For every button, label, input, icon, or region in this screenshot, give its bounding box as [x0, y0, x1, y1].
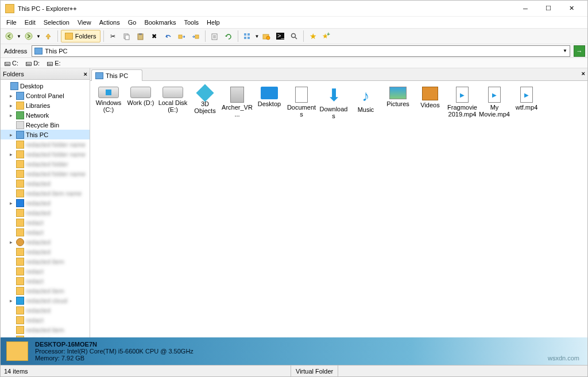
tab-this-pc[interactable]: This PC: [91, 69, 142, 81]
tree-item[interactable]: redacted folder name: [1, 169, 90, 178]
file-item[interactable]: 3D Objects: [189, 85, 221, 120]
tree-item[interactable]: redacted: [1, 305, 90, 315]
tree-libraries[interactable]: ▸Libraries: [1, 100, 90, 110]
file-item[interactable]: Desktop: [253, 85, 285, 120]
menu-edit[interactable]: Edit: [21, 18, 39, 27]
memory-info: Memory: 7.92 GB: [35, 355, 194, 362]
tree-item[interactable]: redact: [1, 266, 90, 276]
drive-c[interactable]: 🖴 C:: [4, 60, 18, 67]
forward-dropdown-icon[interactable]: ▼: [36, 34, 41, 39]
drive-e[interactable]: 🖴 E:: [47, 60, 60, 67]
tree-network[interactable]: ▸Network: [1, 110, 90, 120]
tab-close-icon[interactable]: ×: [582, 70, 585, 77]
tree-item[interactable]: redacted item: [1, 325, 90, 335]
refresh-button[interactable]: [222, 30, 235, 42]
drives-bar: 🖴 C: 🖴 D: 🖴 E:: [1, 58, 587, 68]
menu-go[interactable]: Go: [125, 18, 140, 27]
back-button[interactable]: [3, 30, 16, 42]
tree-control-panel[interactable]: ▸Control Panel: [1, 91, 90, 100]
folders-pane-close[interactable]: ×: [84, 71, 87, 77]
menu-tools[interactable]: Tools: [180, 18, 202, 27]
tree-dropbox[interactable]: ▸redacted: [1, 198, 90, 208]
move-to-button[interactable]: [189, 30, 202, 42]
file-item[interactable]: Pictures: [382, 85, 414, 120]
close-button[interactable]: ✕: [560, 1, 583, 16]
file-item[interactable]: wtf.mp4: [510, 85, 543, 120]
file-list[interactable]: Windows (C:)Work (D:)Local Disk (E:)3D O…: [90, 81, 587, 337]
tree-item[interactable]: redacted item: [1, 256, 90, 266]
cut-button[interactable]: ✂: [107, 30, 119, 42]
tree-this-pc[interactable]: ▸This PC: [1, 130, 90, 139]
tree-onedrive[interactable]: ▸redacted cloud: [1, 296, 90, 305]
file-item[interactable]: Documents: [285, 85, 318, 120]
tree-item[interactable]: ▸redacted folder name: [1, 149, 90, 159]
paste-button[interactable]: [134, 30, 147, 42]
file-item[interactable]: Archer_VR...: [221, 85, 253, 120]
file-item[interactable]: My Movie.mp4: [478, 85, 510, 120]
file-label: My Movie.mp4: [479, 104, 510, 118]
file-item[interactable]: ♪Music: [350, 85, 382, 120]
menubar: File Edit Selection View Actions Go Book…: [1, 17, 587, 28]
copy-button[interactable]: [121, 30, 133, 42]
tree-item[interactable]: redact: [1, 217, 90, 227]
forward-button[interactable]: [22, 30, 35, 42]
svg-text:>_: >_: [277, 33, 284, 39]
add-bookmark-button[interactable]: ★+: [320, 30, 333, 42]
file-icon: [261, 87, 278, 99]
back-dropdown-icon[interactable]: ▼: [17, 34, 21, 39]
tree-item[interactable]: redacted item: [1, 286, 90, 296]
menu-bookmarks[interactable]: Bookmarks: [141, 18, 179, 27]
tree-user[interactable]: ▸redacted: [1, 237, 90, 247]
window-title: This PC - Explorer++: [18, 5, 514, 12]
drive-d[interactable]: 🖴 D:: [25, 60, 40, 67]
tree-recycle-bin[interactable]: Recycle Bin: [1, 120, 90, 130]
file-item[interactable]: ⬇Downloads: [318, 85, 350, 120]
delete-button[interactable]: ✖: [148, 30, 161, 42]
up-button[interactable]: [42, 30, 55, 42]
tree-item[interactable]: redacted: [1, 247, 90, 256]
menu-file[interactable]: File: [3, 18, 20, 27]
maximize-button[interactable]: ☐: [537, 1, 560, 16]
file-item[interactable]: Videos: [414, 85, 446, 120]
tree-item[interactable]: redacted folder: [1, 159, 90, 169]
menu-view[interactable]: View: [74, 18, 95, 27]
views-button[interactable]: [241, 30, 254, 42]
folders-toggle[interactable]: Folders: [61, 30, 100, 42]
file-icon: [422, 87, 438, 100]
tree-item[interactable]: redacted: [1, 178, 90, 188]
file-icon: [295, 87, 308, 103]
file-label: Documents: [286, 104, 317, 118]
tree-item[interactable]: redact: [1, 227, 90, 237]
tree-item[interactable]: redacted folder name: [1, 139, 90, 149]
folder-icon: [6, 341, 28, 361]
pc-icon: [95, 72, 103, 79]
file-item[interactable]: Fragmovie 2019.mp4: [446, 85, 478, 120]
tree-item[interactable]: redact: [1, 276, 90, 286]
menu-help[interactable]: Help: [203, 18, 223, 27]
file-item[interactable]: Windows (C:): [92, 85, 125, 120]
undo-button[interactable]: [162, 30, 175, 42]
address-field[interactable]: This PC ▼: [32, 45, 570, 57]
terminal-button[interactable]: >_: [274, 30, 287, 42]
tree-item[interactable]: redacted item name: [1, 188, 90, 198]
minimize-button[interactable]: ─: [514, 1, 537, 16]
new-folder-button[interactable]: [260, 30, 273, 42]
folder-tree[interactable]: Desktop ▸Control Panel ▸Libraries ▸Netwo…: [1, 80, 90, 337]
bookmark-button[interactable]: ★: [307, 30, 319, 42]
file-item[interactable]: Work (D:): [125, 85, 157, 120]
search-button[interactable]: [288, 30, 300, 42]
views-dropdown-icon[interactable]: ▼: [255, 34, 260, 39]
file-label: Local Disk (E:): [157, 99, 188, 113]
go-button[interactable]: →: [574, 45, 585, 57]
file-item[interactable]: Local Disk (E:): [157, 85, 189, 120]
properties-button[interactable]: [208, 30, 221, 42]
address-dropdown-icon[interactable]: ▼: [563, 48, 567, 53]
tree-item[interactable]: redact: [1, 315, 90, 325]
menu-selection[interactable]: Selection: [40, 18, 73, 27]
folders-label: Folders: [75, 33, 96, 40]
menu-actions[interactable]: Actions: [96, 18, 123, 27]
copy-to-button[interactable]: [176, 30, 188, 42]
tree-desktop[interactable]: Desktop: [1, 81, 90, 91]
tree-item[interactable]: redacted: [1, 208, 90, 217]
file-icon: [520, 87, 533, 103]
